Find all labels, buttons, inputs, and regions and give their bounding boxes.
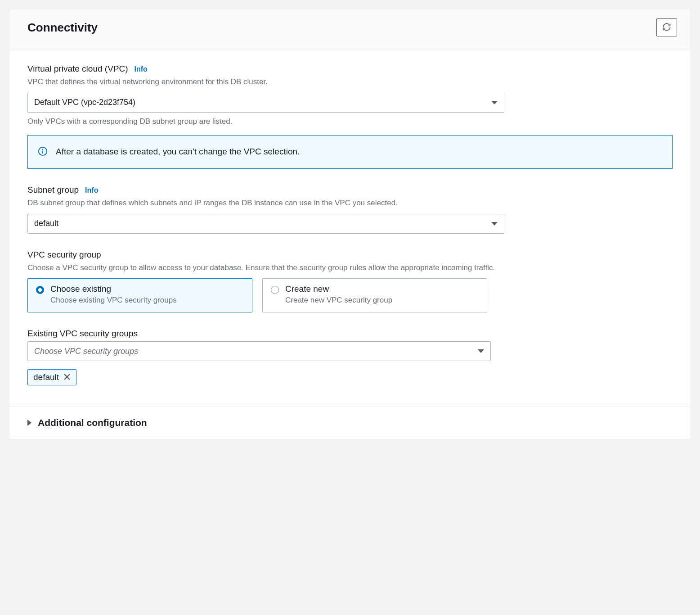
option-desc: Choose existing VPC security groups: [50, 296, 177, 305]
panel-header: Connectivity: [9, 9, 691, 50]
token-dismiss-button[interactable]: [63, 373, 71, 382]
refresh-icon: [662, 23, 671, 33]
existing-groups-field: Existing VPC security groups Choose VPC …: [27, 329, 673, 385]
alert-text: After a database is created, you can't c…: [56, 147, 300, 157]
option-create-new[interactable]: Create new Create new VPC security group: [262, 278, 487, 312]
vpc-label: Virtual private cloud (VPC): [27, 64, 128, 74]
vpc-alert: After a database is created, you can't c…: [27, 135, 673, 169]
vpc-select-value: Default VPC (vpc-2d23f754): [34, 98, 135, 107]
radio-icon: [271, 286, 279, 294]
subnet-info-link[interactable]: Info: [85, 186, 98, 194]
panel-body: Virtual private cloud (VPC) Info VPC tha…: [9, 50, 691, 406]
svg-rect-2: [42, 150, 43, 153]
radio-icon: [36, 286, 44, 294]
vpc-info-link[interactable]: Info: [135, 65, 148, 73]
token-label: default: [33, 372, 59, 382]
subnet-select[interactable]: default: [27, 214, 504, 234]
caret-down-icon: [491, 101, 498, 104]
caret-down-icon: [478, 349, 484, 353]
security-group-label: VPC security group: [27, 250, 101, 260]
subnet-desc: DB subnet group that defines which subne…: [27, 198, 673, 208]
additional-config-toggle[interactable]: Additional configuration: [27, 417, 673, 428]
security-group-options: Choose existing Choose existing VPC secu…: [27, 278, 673, 312]
vpc-field: Virtual private cloud (VPC) Info VPC tha…: [27, 64, 673, 126]
subnet-label: Subnet group: [27, 185, 79, 195]
panel-footer: Additional configuration: [9, 406, 691, 439]
vpc-select[interactable]: Default VPC (vpc-2d23f754): [27, 93, 504, 113]
svg-point-1: [42, 149, 43, 149]
option-choose-existing[interactable]: Choose existing Choose existing VPC secu…: [27, 278, 252, 312]
info-icon: [38, 146, 48, 158]
option-title: Choose existing: [50, 284, 177, 294]
security-group-desc: Choose a VPC security group to allow acc…: [27, 262, 673, 273]
existing-groups-label: Existing VPC security groups: [27, 329, 138, 339]
triangle-right-icon: [27, 420, 31, 426]
option-title: Create new: [285, 284, 392, 294]
subnet-field: Subnet group Info DB subnet group that d…: [27, 185, 673, 234]
panel-title: Connectivity: [27, 21, 98, 35]
close-icon: [63, 373, 71, 382]
existing-groups-select[interactable]: Choose VPC security groups: [27, 341, 491, 361]
subnet-select-value: default: [34, 219, 58, 228]
vpc-desc: VPC that defines the virtual networking …: [27, 77, 673, 87]
connectivity-panel: Connectivity Virtual private cloud (VPC)…: [9, 9, 691, 439]
caret-down-icon: [491, 222, 498, 226]
additional-config-label: Additional configuration: [38, 417, 147, 428]
security-group-token: default: [27, 369, 76, 385]
security-group-field: VPC security group Choose a VPC security…: [27, 250, 673, 313]
existing-groups-placeholder: Choose VPC security groups: [34, 347, 138, 356]
vpc-hint: Only VPCs with a corresponding DB subnet…: [27, 117, 673, 126]
option-desc: Create new VPC security group: [285, 296, 392, 305]
refresh-button[interactable]: [656, 18, 677, 36]
